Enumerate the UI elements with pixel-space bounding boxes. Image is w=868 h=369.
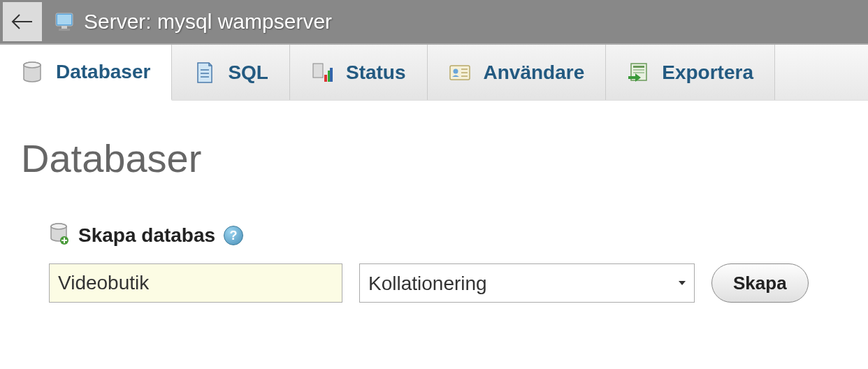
tab-status[interactable]: Status bbox=[290, 45, 428, 100]
create-database-form: Kollationering Skapa bbox=[49, 263, 847, 303]
database-add-icon bbox=[49, 223, 70, 248]
users-icon bbox=[449, 62, 471, 84]
server-title: Server: mysql wampserver bbox=[84, 10, 332, 34]
tab-label: Exportera bbox=[662, 62, 753, 84]
svg-point-15 bbox=[453, 68, 458, 73]
export-icon bbox=[627, 62, 649, 84]
tabs-bar: Databaser SQL Status bbox=[0, 45, 868, 101]
svg-rect-21 bbox=[633, 69, 644, 71]
tab-label: Användare bbox=[484, 62, 585, 84]
top-bar: Server: mysql wampserver bbox=[0, 0, 868, 45]
svg-rect-10 bbox=[313, 64, 323, 78]
help-icon[interactable]: ? bbox=[224, 226, 243, 245]
create-database-label: Skapa databas bbox=[78, 224, 215, 247]
database-icon bbox=[21, 61, 43, 83]
svg-rect-11 bbox=[324, 75, 327, 82]
svg-point-24 bbox=[51, 224, 66, 229]
svg-rect-13 bbox=[330, 68, 333, 82]
page-title: Databaser bbox=[21, 136, 847, 181]
database-name-input[interactable] bbox=[49, 263, 342, 303]
tab-databases[interactable]: Databaser bbox=[0, 45, 172, 101]
collation-select[interactable]: Kollationering bbox=[359, 263, 695, 303]
svg-rect-2 bbox=[57, 15, 71, 24]
svg-rect-22 bbox=[633, 72, 644, 73]
svg-rect-3 bbox=[62, 26, 67, 29]
tab-label: SQL bbox=[228, 62, 268, 84]
svg-point-6 bbox=[24, 62, 41, 68]
tab-users[interactable]: Användare bbox=[428, 45, 607, 100]
back-button[interactable] bbox=[3, 2, 42, 41]
server-icon bbox=[53, 10, 78, 33]
svg-rect-4 bbox=[59, 29, 70, 31]
tab-label: Databaser bbox=[56, 61, 150, 83]
tab-label: Status bbox=[346, 62, 406, 84]
create-database-section: Skapa databas ? Kollationering Skapa bbox=[21, 223, 847, 303]
tab-export[interactable]: Exportera bbox=[606, 45, 775, 100]
create-header: Skapa databas ? bbox=[49, 223, 847, 248]
sql-icon bbox=[193, 62, 215, 84]
tab-sql[interactable]: SQL bbox=[172, 45, 290, 100]
arrow-left-icon bbox=[11, 13, 34, 30]
main-content: Databaser Skapa databas ? Kollationering bbox=[0, 101, 868, 324]
create-button[interactable]: Skapa bbox=[711, 263, 809, 303]
svg-rect-20 bbox=[633, 66, 644, 68]
status-icon bbox=[311, 62, 333, 84]
